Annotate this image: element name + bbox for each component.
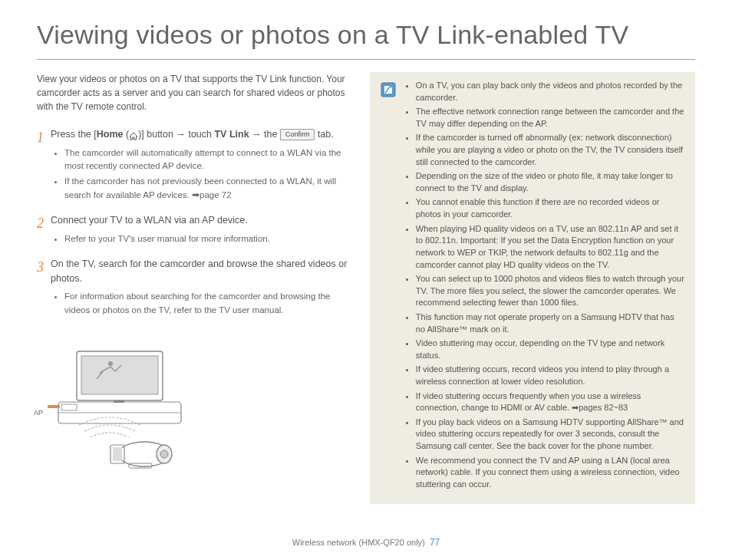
bullet: For information about searching for the … xyxy=(64,290,353,317)
step-number: 1 xyxy=(37,127,51,204)
info-item: You can select up to 1000 photos and vid… xyxy=(416,273,684,309)
info-item: If you play back videos on a Samsung HDT… xyxy=(416,417,684,453)
step-1: 1 Press the [Home ()] button → touch TV … xyxy=(37,127,353,204)
step-text: Press the [Home ()] button → touch TV Li… xyxy=(51,127,353,142)
step-3: 3 On the TV, search for the camcorder an… xyxy=(37,257,353,319)
step-body: Connect your TV to a WLAN via an AP devi… xyxy=(51,213,353,248)
info-item: We recommend you connect the TV and AP u… xyxy=(416,455,684,491)
info-item: On a TV, you can play back only the vide… xyxy=(416,80,684,104)
page-number: 77 xyxy=(430,537,440,548)
step-text: Connect your TV to a WLAN via an AP devi… xyxy=(51,213,353,228)
home-label: Home xyxy=(97,129,124,140)
info-list: On a TV, you can play back only the vide… xyxy=(404,80,684,493)
svg-rect-6 xyxy=(81,356,158,394)
note-icon xyxy=(381,82,396,97)
info-item: You cannot enable this function if there… xyxy=(416,196,684,220)
info-item: If video stuttering occurs, record video… xyxy=(416,364,684,387)
page-title: Viewing videos or photos on a TV Link-en… xyxy=(37,15,695,54)
tv-camcorder-illustration: AP xyxy=(37,333,198,471)
info-item: If the camcorder is turned off abnormall… xyxy=(416,132,684,168)
svg-rect-8 xyxy=(114,400,124,403)
right-column: On a TV, you can play back only the vide… xyxy=(370,72,695,504)
step-2: 2 Connect your TV to a WLAN via an AP de… xyxy=(37,213,353,248)
title-divider xyxy=(37,59,695,60)
text-part: tab. xyxy=(315,129,333,140)
text-part: → the xyxy=(249,129,280,140)
svg-point-11 xyxy=(160,450,168,458)
info-item: If video stuttering occurs frequently wh… xyxy=(416,390,684,414)
manual-page: Viewing videos or photos on a TV Link-en… xyxy=(0,0,732,527)
info-item: This function may not operate properly o… xyxy=(416,311,684,335)
bullet: The camcorder will automatically attempt… xyxy=(64,147,353,173)
bullet: If the camcorder has not previously been… xyxy=(64,175,353,202)
step-body: On the TV, search for the camcorder and … xyxy=(51,257,353,319)
left-column: View your videos or photos on a TV that … xyxy=(37,72,353,504)
footer-section: Wireless network (HMX-QF20 only) xyxy=(292,538,425,547)
text-part: )] button → touch xyxy=(138,129,214,140)
page-footer: Wireless network (HMX-QF20 only) 77 xyxy=(0,535,732,549)
step-number: 2 xyxy=(37,213,51,248)
text-part: ( xyxy=(123,129,129,140)
ap-label: AP xyxy=(34,408,43,419)
info-box: On a TV, you can play back only the vide… xyxy=(370,72,695,504)
text-part: Press the [ xyxy=(51,129,97,140)
step-bullets: Refer to your TV's user manual for more … xyxy=(51,232,353,245)
confirm-button: Confirm xyxy=(280,129,315,141)
tvlink-label: TV Link xyxy=(214,129,249,140)
step-bullets: For information about searching for the … xyxy=(51,290,353,317)
step-bullets: The camcorder will automatically attempt… xyxy=(51,147,353,202)
home-icon xyxy=(129,130,138,139)
content-columns: View your videos or photos on a TV that … xyxy=(37,72,695,504)
info-item: The effective network connection range b… xyxy=(416,106,684,130)
info-item: When playing HD quality videos on a TV, … xyxy=(416,223,684,271)
step-number: 3 xyxy=(37,257,51,319)
svg-point-7 xyxy=(108,361,113,366)
info-item: Depending on the size of the video or ph… xyxy=(416,170,684,194)
svg-rect-2 xyxy=(61,404,77,410)
svg-rect-14 xyxy=(129,463,152,468)
step-body: Press the [Home ()] button → touch TV Li… xyxy=(51,127,353,204)
bullet: Refer to your TV's user manual for more … xyxy=(64,232,353,245)
step-text: On the TV, search for the camcorder and … xyxy=(51,257,353,286)
info-item: Video stuttering may occur, depending on… xyxy=(416,338,684,361)
intro-paragraph: View your videos or photos on a TV that … xyxy=(37,72,353,114)
svg-rect-13 xyxy=(113,447,122,461)
